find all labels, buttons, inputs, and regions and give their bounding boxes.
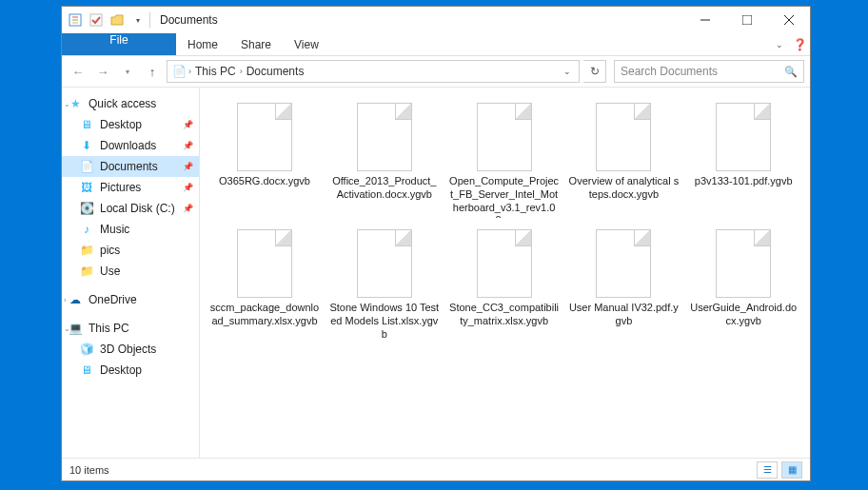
folder-icon: 📁	[79, 264, 94, 279]
sidebar-onedrive[interactable]: ›☁OneDrive	[62, 289, 199, 310]
sidebar-item-label: Desktop	[100, 363, 142, 377]
file-name: User Manual IV32.pdf.ygvb	[568, 302, 679, 328]
tab-home[interactable]: Home	[176, 33, 229, 55]
file-item[interactable]: Open_Compute_Project_FB_Server_Intel_Mot…	[447, 99, 562, 222]
file-item[interactable]: UserGuide_Android.docx.ygvb	[686, 225, 800, 344]
sidebar-label: Quick access	[89, 97, 156, 110]
breadcrumb-folder[interactable]: Documents	[245, 65, 306, 78]
file-item[interactable]: Stone Windows 10 Tested Models List.xlsx…	[327, 225, 442, 344]
tab-share[interactable]: Share	[229, 33, 283, 55]
minimize-button[interactable]	[684, 7, 726, 33]
view-icons-button[interactable]: ▦	[781, 461, 802, 479]
view-details-button[interactable]: ☰	[757, 461, 778, 479]
sidebar-item-label: Downloads	[100, 139, 156, 152]
file-icon	[477, 103, 532, 171]
nav-recent-icon[interactable]: ▾	[117, 61, 138, 82]
explorer-window: ▾ Documents File Home Share View ⌄ ❓ ← →…	[61, 6, 811, 481]
music-icon: ♪	[79, 222, 94, 237]
sidebar-item-desktop2[interactable]: 🖥Desktop	[62, 360, 199, 381]
sidebar-item-label: 3D Objects	[100, 343, 156, 356]
file-icon	[716, 103, 771, 171]
sidebar-item-3dobjects[interactable]: 🧊3D Objects	[62, 339, 199, 360]
qat-icon-check[interactable]	[89, 12, 104, 28]
sidebar-item-label: pics	[100, 244, 120, 257]
refresh-button[interactable]: ↻	[583, 60, 606, 83]
qat-icon-properties[interactable]	[68, 12, 83, 28]
file-pane[interactable]: O365RG.docx.ygvbOffice_2013_Product_Acti…	[200, 88, 810, 458]
file-item[interactable]: Office_2013_Product_Activation.docx.ygvb	[327, 99, 442, 222]
file-icon	[237, 103, 292, 171]
file-item[interactable]: User Manual IV32.pdf.ygvb	[566, 225, 681, 344]
file-name: Overview of analytical steps.docx.ygvb	[568, 175, 679, 202]
sidebar-item-music[interactable]: ♪Music	[62, 219, 199, 240]
address-row: ← → ▾ ↑ 📄 › This PC › Documents ⌄ ↻ Sear…	[62, 56, 810, 87]
pin-icon: 📌	[183, 141, 193, 150]
tab-view[interactable]: View	[283, 33, 330, 55]
search-placeholder: Search Documents	[621, 65, 718, 78]
file-item[interactable]: O365RG.docx.ygvb	[207, 99, 322, 222]
downloads-icon: ⬇	[79, 138, 94, 153]
nav-back-button[interactable]: ←	[68, 61, 89, 82]
file-name: p3v133-101.pdf.ygvb	[695, 175, 793, 188]
pin-icon: 📌	[183, 183, 193, 192]
close-button[interactable]	[768, 7, 810, 33]
search-icon[interactable]: 🔍	[784, 66, 798, 78]
svg-rect-4	[90, 14, 102, 26]
file-item[interactable]: p3v133-101.pdf.ygvb	[686, 99, 800, 222]
file-item[interactable]: Stone_CC3_compatibility_matrix.xlsx.ygvb	[447, 225, 562, 344]
desktop-icon: 🖥	[79, 363, 94, 378]
file-icon	[237, 229, 292, 298]
status-bar: 10 items ☰ ▦	[62, 458, 810, 480]
nav-forward-button[interactable]: →	[92, 61, 113, 82]
sidebar-item-use[interactable]: 📁Use	[62, 261, 199, 282]
sidebar-item-downloads[interactable]: ⬇Downloads📌	[62, 135, 199, 156]
sidebar-item-label: Desktop	[100, 118, 142, 131]
objects-icon: 🧊	[79, 342, 94, 357]
sidebar-item-desktop[interactable]: 🖥Desktop📌	[62, 114, 199, 135]
sidebar-quickaccess[interactable]: ⌄★Quick access	[62, 93, 199, 114]
ribbon-tabs: File Home Share View ⌄ ❓	[62, 33, 810, 56]
disk-icon: 💽	[79, 201, 94, 216]
address-bar[interactable]: 📄 › This PC › Documents ⌄	[167, 60, 580, 83]
window-title: Documents	[160, 13, 218, 27]
chevron-right-icon[interactable]: ›	[187, 67, 193, 76]
nav-sidebar: ⌄★Quick access 🖥Desktop📌 ⬇Downloads📌 📄Do…	[62, 88, 200, 458]
sidebar-item-label: Music	[100, 223, 129, 236]
file-name: UserGuide_Android.docx.ygvb	[688, 302, 799, 328]
help-icon[interactable]: ❓	[789, 33, 810, 55]
file-icon	[716, 229, 771, 298]
file-item[interactable]: Overview of analytical steps.docx.ygvb	[566, 99, 681, 222]
pictures-icon: 🖼	[79, 180, 94, 195]
qat-icon-folder[interactable]	[109, 12, 125, 28]
item-count: 10 items	[69, 464, 109, 476]
desktop-icon: 🖥	[79, 117, 94, 132]
sidebar-item-label: Use	[100, 265, 120, 278]
file-name: O365RG.docx.ygvb	[219, 175, 310, 188]
sidebar-label: OneDrive	[89, 293, 137, 306]
chevron-right-icon[interactable]: ›	[238, 67, 245, 76]
search-input[interactable]: Search Documents 🔍	[614, 60, 804, 83]
ribbon-expand-icon[interactable]: ⌄	[770, 33, 789, 55]
breadcrumb-pc[interactable]: This PC	[193, 65, 238, 78]
tab-file[interactable]: File	[62, 33, 176, 55]
maximize-button[interactable]	[726, 7, 768, 33]
file-name: Open_Compute_Project_FB_Server_Intel_Mot…	[449, 175, 560, 218]
sidebar-item-localdisk[interactable]: 💽Local Disk (C:)📌	[62, 198, 199, 219]
documents-icon: 📄	[79, 159, 94, 174]
sidebar-item-documents[interactable]: 📄Documents📌	[62, 156, 199, 177]
nav-up-button[interactable]: ↑	[142, 61, 163, 82]
sidebar-thispc[interactable]: ⌄💻This PC	[62, 318, 199, 339]
address-icon: 📄	[171, 64, 187, 79]
sidebar-item-label: Pictures	[100, 181, 141, 194]
address-dropdown-icon[interactable]: ⌄	[560, 67, 575, 76]
qat-dropdown-icon[interactable]: ▾	[130, 12, 146, 28]
pin-icon: 📌	[183, 162, 193, 171]
sidebar-item-pics[interactable]: 📁pics	[62, 240, 199, 261]
svg-rect-6	[742, 15, 752, 25]
onedrive-icon: ☁	[68, 292, 83, 307]
file-name: Stone_CC3_compatibility_matrix.xlsx.ygvb	[449, 302, 560, 328]
file-item[interactable]: sccm_package_download_summary.xlsx.ygvb	[207, 225, 322, 344]
sidebar-label: This PC	[89, 322, 129, 335]
pin-icon: 📌	[183, 120, 193, 129]
sidebar-item-pictures[interactable]: 🖼Pictures📌	[62, 177, 199, 198]
